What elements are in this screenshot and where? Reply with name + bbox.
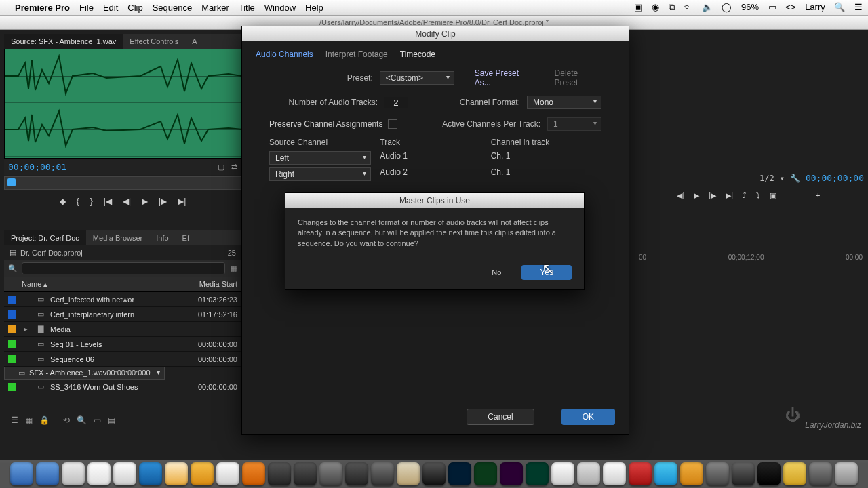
dock-finder-icon[interactable] xyxy=(10,462,33,485)
list-item[interactable]: ▸▇Media xyxy=(4,322,241,337)
dock-preview-icon[interactable] xyxy=(113,462,136,485)
menu-title[interactable]: Title xyxy=(239,3,255,13)
dock-app3-icon[interactable] xyxy=(422,462,446,485)
step-back-icon[interactable]: ◀| xyxy=(123,197,131,206)
dock-app5-icon[interactable] xyxy=(577,462,600,485)
dock-app7-icon[interactable] xyxy=(680,462,703,485)
playhead-icon[interactable] xyxy=(7,178,16,186)
dock-textedit-icon[interactable] xyxy=(87,462,111,485)
goto-out-icon[interactable]: ▶| xyxy=(178,197,186,206)
icon-view-icon[interactable]: ▦ xyxy=(25,415,33,425)
channel-format-select[interactable]: Mono xyxy=(527,96,601,109)
list-item[interactable]: ▭Cerf_interplanetary intern01:17:52:16 xyxy=(4,307,241,322)
menu-edit[interactable]: Edit xyxy=(103,3,118,13)
tab-effect-controls[interactable]: Effect Controls xyxy=(123,34,185,49)
marker-icon[interactable]: ◆ xyxy=(60,197,66,206)
dock-fcpx-icon[interactable] xyxy=(268,462,291,485)
dropbox-icon[interactable]: ⧉ xyxy=(669,2,675,12)
goto-in-icon[interactable]: |◀ xyxy=(104,197,112,206)
tab-timecode[interactable]: Timecode xyxy=(400,49,435,59)
out-point-icon[interactable]: } xyxy=(90,197,93,206)
dock-app4-icon[interactable] xyxy=(551,462,574,485)
src-ch-select-1[interactable]: Right xyxy=(269,167,371,181)
battery-icon[interactable]: ▭ xyxy=(768,2,776,12)
volume-icon[interactable]: 🔈 xyxy=(702,2,713,12)
step-fwd-icon[interactable]: |▶ xyxy=(709,191,716,200)
dock-dreamweaver-icon[interactable] xyxy=(474,462,497,485)
list-item[interactable]: ▭SS_3416 Worn Out Shoes00:00:00:00 xyxy=(4,380,241,394)
num-tracks-input[interactable] xyxy=(384,97,408,108)
new-bin-icon[interactable]: ▭ xyxy=(94,415,101,425)
step-fwd-icon[interactable]: |▶ xyxy=(159,197,167,206)
sync-icon[interactable]: ◯ xyxy=(722,2,732,12)
dock-monitor-icon[interactable] xyxy=(757,462,781,485)
tab-audio[interactable]: A xyxy=(185,34,203,49)
chevron-down-icon[interactable]: ▾ xyxy=(780,174,785,183)
dock-photoshop-icon[interactable] xyxy=(448,462,471,485)
tab-audio-channels[interactable]: Audio Channels xyxy=(256,49,313,59)
extract-icon[interactable]: ⤵ xyxy=(756,191,760,199)
dock-app9-icon[interactable] xyxy=(732,462,755,485)
disclosure-icon[interactable]: ▸ xyxy=(20,325,31,333)
menu-marker[interactable]: Marker xyxy=(201,3,229,13)
dock-settings-icon[interactable] xyxy=(809,462,832,485)
ok-button[interactable]: OK xyxy=(561,409,615,425)
dock-app-icon[interactable] xyxy=(191,462,214,485)
dock-firefox-icon[interactable] xyxy=(242,462,265,485)
dock-contacts-icon[interactable] xyxy=(165,462,188,485)
lift-icon[interactable]: ⤴ xyxy=(743,191,747,199)
project-search-input[interactable] xyxy=(22,262,225,274)
find-icon[interactable]: 🔍 xyxy=(77,415,87,425)
yes-button[interactable]: Yes xyxy=(521,265,572,280)
program-timecode[interactable]: 00;00;00;00 xyxy=(806,173,864,183)
menu-help[interactable]: Help xyxy=(305,3,323,13)
spotlight-icon[interactable]: 🔍 xyxy=(834,2,845,12)
dock-compressor-icon[interactable] xyxy=(294,462,317,485)
dock-notes-icon[interactable] xyxy=(783,462,806,485)
preserve-checkbox[interactable] xyxy=(388,119,397,129)
new-item-icon[interactable]: ▤ xyxy=(108,415,115,425)
in-point-icon[interactable]: { xyxy=(77,197,79,206)
col-name[interactable]: Name ▴ xyxy=(22,280,183,289)
preset-select[interactable]: <Custom> xyxy=(380,71,454,85)
auto-icon[interactable]: ⟲ xyxy=(63,415,70,425)
src-ch-select-0[interactable]: Left xyxy=(269,151,371,165)
filter-icon[interactable]: ▦ xyxy=(231,264,237,273)
dock-terminal-icon[interactable] xyxy=(345,462,368,485)
add-icon[interactable]: + xyxy=(816,191,820,199)
export-frame-icon[interactable]: ▣ xyxy=(770,191,776,200)
play-icon[interactable]: ▶ xyxy=(142,197,148,206)
tab-source[interactable]: Source: SFX - Ambience_1.wav xyxy=(4,34,123,49)
menu-window[interactable]: Window xyxy=(264,3,296,13)
col-media-start[interactable]: Media Start xyxy=(183,280,237,289)
goto-out-icon[interactable]: ▶| xyxy=(726,191,733,200)
list-view-icon[interactable]: ☰ xyxy=(11,415,18,425)
wrench-icon[interactable]: 🔧 xyxy=(790,174,800,183)
list-item[interactable]: ▭Sequence 0600:00:00:00 xyxy=(4,352,241,367)
app-name[interactable]: Premiere Pro xyxy=(15,3,70,13)
step-back-icon[interactable]: ◀| xyxy=(677,191,684,200)
dock-mail-icon[interactable] xyxy=(139,462,162,485)
dock-appstore-icon[interactable] xyxy=(36,462,59,485)
dock-trash-icon[interactable] xyxy=(835,462,858,485)
cc-icon[interactable]: ◉ xyxy=(652,2,659,12)
dock-safari-icon[interactable] xyxy=(62,462,85,485)
tab-info[interactable]: Info xyxy=(149,230,175,245)
dock-premiere-icon[interactable] xyxy=(500,462,523,485)
wifi-icon[interactable]: ᯤ xyxy=(684,2,692,12)
list-item[interactable]: ▭Seq 01 - Levels00:00:00:00 xyxy=(4,337,241,352)
dock-app6-icon[interactable] xyxy=(603,462,626,485)
source-scrubber[interactable] xyxy=(4,176,241,190)
dock-app2-icon[interactable] xyxy=(371,462,394,485)
settings-icon[interactable]: ⇄ xyxy=(231,163,237,171)
save-preset-button[interactable]: Save Preset As... xyxy=(475,68,534,87)
fit-icon[interactable]: ▢ xyxy=(218,163,224,171)
tab-effects[interactable]: Ef xyxy=(176,230,196,245)
dock-calendar-icon[interactable] xyxy=(216,462,239,485)
waveform-display[interactable] xyxy=(4,49,241,159)
source-timecode[interactable]: 00;00;00;01 xyxy=(8,162,66,172)
menu-sequence[interactable]: Sequence xyxy=(153,3,193,13)
dock-audition-icon[interactable] xyxy=(526,462,549,485)
cancel-button[interactable]: Cancel xyxy=(467,409,534,425)
menu-clip[interactable]: Clip xyxy=(127,3,142,13)
